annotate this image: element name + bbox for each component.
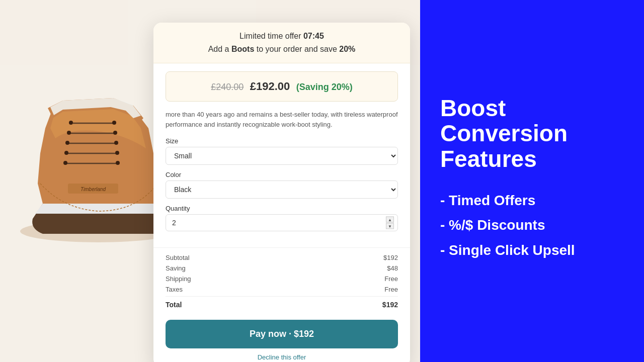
saving-label: Saving	[166, 264, 186, 272]
taxes-row: Taxes Free	[166, 286, 398, 293]
price-banner: £240.00 £192.00 (Saving 20%)	[166, 71, 398, 102]
quantity-spinners: ▲ ▼	[386, 217, 394, 229]
svg-rect-8	[65, 141, 69, 145]
right-headline: Boost Conversion Features	[440, 96, 624, 172]
total-value: $192	[382, 301, 398, 309]
saving-value: $48	[387, 264, 398, 272]
quantity-wrapper: ▲ ▼	[166, 214, 398, 231]
svg-text:Timberland: Timberland	[80, 187, 106, 192]
quantity-down-button[interactable]: ▼	[386, 223, 394, 229]
price-new: £192.00	[250, 80, 290, 93]
quantity-label: Quantity	[166, 205, 398, 212]
svg-rect-13	[114, 141, 118, 145]
size-label: Size	[166, 137, 398, 145]
svg-rect-12	[113, 131, 117, 135]
total-label: Total	[166, 301, 182, 309]
svg-rect-14	[115, 151, 119, 155]
timed-offer-subtext: Add a Boots to your order and save 20%	[166, 45, 398, 54]
size-field-group: Size Small Medium Large X-Large	[166, 137, 398, 165]
quantity-field-group: Quantity ▲ ▼	[166, 205, 398, 231]
feature-item-0: - Timed Offers	[440, 192, 624, 209]
product-name-bold: Boots	[231, 45, 254, 53]
timer: 07:45	[303, 32, 324, 40]
subtotal-label: Subtotal	[166, 254, 190, 261]
subtotal-value: $192	[383, 254, 398, 261]
product-description: more than 40 years ago and remains a bes…	[166, 110, 398, 129]
svg-rect-11	[112, 121, 116, 125]
features-list: - Timed Offers - %/$ Discounts - Single …	[440, 192, 624, 267]
color-field-group: Color Black Brown Tan Navy	[166, 171, 398, 199]
taxes-label: Taxes	[166, 286, 183, 293]
shipping-row: Shipping Free	[166, 275, 398, 283]
size-select[interactable]: Small Medium Large X-Large	[166, 147, 398, 165]
timed-offer-banner: Limited time offer 07:45 Add a Boots to …	[153, 23, 410, 63]
quantity-up-button[interactable]: ▲	[386, 217, 394, 223]
color-label: Color	[166, 171, 398, 178]
svg-rect-15	[116, 161, 120, 165]
order-summary: Subtotal $192 Saving $48 Shipping Free T…	[153, 247, 410, 309]
price-saving: (Saving 20%)	[296, 82, 353, 92]
svg-rect-7	[67, 131, 71, 135]
total-row: Total $192	[166, 296, 398, 309]
taxes-value: Free	[384, 286, 398, 293]
discount-bold: 20%	[339, 45, 355, 53]
left-panel: Limited time offer Add a Boots to your o…	[0, 0, 420, 362]
feature-item-1: - %/$ Discounts	[440, 217, 624, 234]
color-select[interactable]: Black Brown Tan Navy	[166, 180, 398, 199]
product-card: Limited time offer 07:45 Add a Boots to …	[153, 23, 410, 362]
right-panel: Boost Conversion Features - Timed Offers…	[420, 0, 644, 362]
feature-item-2: - Single Click Upsell	[440, 242, 624, 259]
quantity-input[interactable]	[166, 214, 398, 231]
timed-offer-text: Limited time offer 07:45	[166, 32, 398, 41]
price-original: £240.00	[211, 82, 244, 92]
svg-rect-9	[64, 151, 68, 155]
shipping-value: Free	[384, 275, 398, 283]
saving-row: Saving $48	[166, 264, 398, 272]
svg-rect-10	[63, 161, 67, 165]
shipping-label: Shipping	[166, 275, 191, 283]
decline-link[interactable]: Decline this offer	[166, 353, 398, 361]
pay-button[interactable]: Pay now · $192	[166, 320, 398, 348]
subtotal-row: Subtotal $192	[166, 254, 398, 261]
svg-rect-6	[69, 121, 73, 125]
pay-section: Pay now · $192 Decline this offer	[153, 312, 410, 362]
product-details: more than 40 years ago and remains a bes…	[153, 102, 410, 245]
